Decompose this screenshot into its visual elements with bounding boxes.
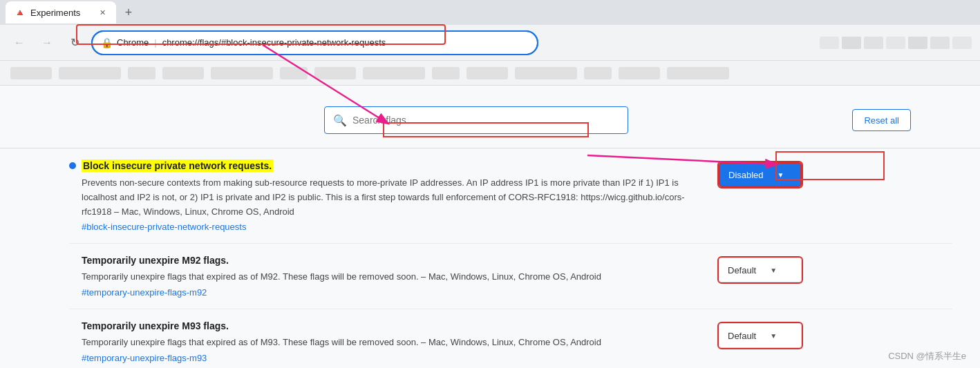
bookmark-placeholder-5: [211, 67, 273, 79]
nav-bar: ← → ↻ 🔒 Chrome | chrome://flags/#block-i…: [0, 25, 980, 61]
forward-button[interactable]: →: [36, 32, 58, 54]
tab-title: Experiments: [30, 8, 91, 18]
flag-description-block-insecure: Prevents non-secure contexts from making…: [82, 176, 705, 219]
bookmark-placeholder-14: [667, 67, 729, 79]
address-url: chrome://flags/#block-insecure-private-n…: [162, 37, 386, 48]
flag-select-value-m93: Default: [728, 331, 756, 341]
flag-info-m93: Temporarily unexpire M93 flags. Temporar…: [69, 320, 705, 363]
reset-all-button[interactable]: Reset all: [852, 109, 911, 131]
flag-info-m92: Temporarily unexpire M92 flags. Temporar…: [69, 255, 705, 298]
dropdown-arrow-icon-m93: ▼: [770, 332, 777, 340]
flag-select-disabled-dropdown[interactable]: Disabled ▼: [719, 162, 802, 187]
flag-select-value: Disabled: [728, 170, 764, 180]
flag-info-block-insecure: Block insecure private network requests.…: [69, 159, 705, 232]
flag-item-m92: Temporarily unexpire M92 flags. Temporar…: [69, 244, 952, 309]
flag-select-default-m93-dropdown[interactable]: Default ▼: [719, 323, 802, 348]
dropdown-arrow-icon: ▼: [778, 171, 784, 179]
flag-description-m92: Temporarily unexpire flags that expired …: [82, 270, 705, 284]
watermark: CSDN @情系半生e: [888, 350, 966, 362]
flag-item-block-insecure: Block insecure private network requests.…: [69, 148, 952, 244]
tab-close-button[interactable]: ✕: [97, 7, 108, 18]
flag-link-block-insecure[interactable]: #block-insecure-private-network-requests: [82, 222, 705, 232]
bookmark-placeholder-10: [467, 67, 508, 79]
flag-control-m92: Default ▼: [719, 258, 802, 282]
flag-link-m93[interactable]: #temporary-unexpire-flags-m93: [82, 353, 705, 363]
bookmark-placeholder-2: [59, 67, 121, 79]
flag-title-row-m92: Temporarily unexpire M92 flags.: [69, 255, 705, 266]
flag-title-m93: Temporarily unexpire M93 flags.: [82, 320, 229, 331]
flag-title-row: Block insecure private network requests.: [69, 159, 705, 172]
experiments-tab[interactable]: 🔺 Experiments ✕: [6, 1, 116, 23]
tab-favicon: 🔺: [14, 7, 25, 18]
bookmark-placeholder-13: [619, 67, 660, 79]
tab-bar: 🔺 Experiments ✕ +: [0, 0, 980, 25]
search-box[interactable]: 🔍: [324, 106, 628, 134]
main-content: 🔍 Reset all Block insecure private netwo…: [0, 86, 980, 368]
address-bar[interactable]: 🔒 Chrome | chrome://flags/#block-insecur…: [91, 30, 538, 55]
flag-select-value-m92: Default: [728, 265, 756, 275]
flag-item-m93: Temporarily unexpire M93 flags. Temporar…: [69, 309, 952, 368]
flag-dot-m92: [69, 257, 76, 264]
bookmark-placeholder-6: [280, 67, 308, 79]
refresh-button[interactable]: ↻: [64, 32, 86, 54]
flag-description-m93: Temporarily unexpire flags that expired …: [82, 336, 705, 350]
site-label: Chrome: [117, 37, 149, 48]
bookmark-placeholder-7: [314, 67, 356, 79]
back-button[interactable]: ←: [8, 32, 30, 54]
bookmark-placeholder-9: [432, 67, 460, 79]
bookmark-placeholder-12: [584, 67, 612, 79]
flag-title-block-insecure: Block insecure private network requests.: [82, 159, 273, 172]
bookmark-placeholder-8: [363, 67, 425, 79]
bookmark-placeholder-11: [515, 67, 577, 79]
flag-dot: [69, 162, 76, 169]
flag-control-m93: Default ▼: [719, 323, 802, 348]
search-input[interactable]: [352, 115, 619, 126]
search-icon: 🔍: [333, 114, 347, 127]
flags-list: Block insecure private network requests.…: [0, 148, 980, 368]
lock-icon: 🔒: [101, 37, 113, 48]
flag-link-m92[interactable]: #temporary-unexpire-flags-m92: [82, 287, 705, 298]
bookmark-placeholder-4: [162, 67, 204, 79]
flag-dot-m93: [69, 322, 76, 329]
flag-control-block-insecure: Disabled ▼: [719, 162, 802, 187]
dropdown-arrow-icon-m92: ▼: [770, 267, 777, 274]
flag-select-default-m92-dropdown[interactable]: Default ▼: [719, 258, 802, 282]
address-separator: |: [154, 37, 156, 48]
flag-title-m92: Temporarily unexpire M92 flags.: [82, 255, 229, 266]
flag-title-row-m93: Temporarily unexpire M93 flags.: [69, 320, 705, 331]
bookmark-placeholder-3: [128, 67, 156, 79]
search-area: 🔍 Reset all: [0, 99, 980, 148]
bookmark-bar: [0, 61, 980, 86]
bookmark-placeholder-1: [10, 67, 52, 79]
new-tab-button[interactable]: +: [119, 3, 138, 22]
